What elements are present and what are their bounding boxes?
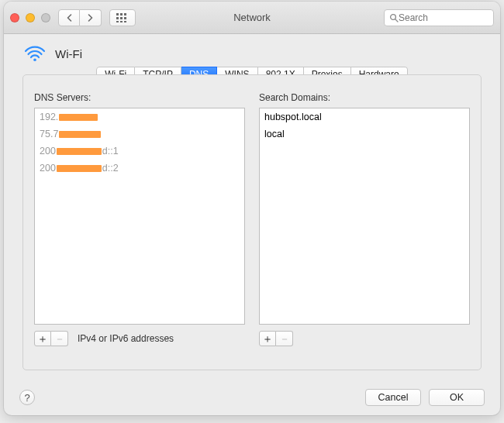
dns-servers-label: DNS Servers:: [34, 92, 245, 103]
forward-button[interactable]: [80, 9, 102, 26]
svg-rect-3: [116, 17, 119, 19]
svg-rect-8: [124, 21, 126, 22]
search-domain-add-button[interactable]: ＋: [259, 331, 276, 346]
search-domain-row[interactable]: hubspot.local: [260, 108, 469, 126]
minimize-window-button[interactable]: [26, 13, 35, 22]
zoom-window-button-disabled: [41, 13, 50, 22]
show-all-prefs-button[interactable]: [109, 9, 136, 26]
search-domains-listbox[interactable]: hubspot.locallocal: [259, 108, 470, 325]
interface-title: Wi-Fi: [55, 47, 82, 60]
search-domain-remove-button: －: [276, 331, 293, 346]
search-icon: [389, 13, 399, 22]
chevron-right-icon: [87, 14, 94, 22]
dns-hint: IPv4 or IPv6 addresses: [78, 333, 174, 344]
search-field-wrap[interactable]: [384, 9, 494, 26]
svg-point-11: [33, 58, 36, 61]
help-button[interactable]: ?: [19, 390, 35, 405]
wifi-icon: [24, 45, 46, 62]
svg-rect-7: [120, 21, 123, 22]
nav-group: [58, 9, 102, 26]
svg-rect-5: [124, 17, 126, 19]
titlebar: Network: [4, 2, 500, 34]
dns-server-row[interactable]: 200d::1: [35, 143, 244, 160]
svg-rect-6: [116, 21, 119, 22]
svg-rect-1: [120, 13, 123, 15]
svg-line-10: [395, 19, 398, 21]
close-window-button[interactable]: [10, 13, 19, 22]
ok-button[interactable]: OK: [429, 389, 485, 406]
svg-rect-2: [124, 13, 126, 15]
dns-server-row[interactable]: 200d::2: [35, 160, 244, 177]
grid-icon: [116, 13, 129, 22]
dns-servers-listbox[interactable]: 192.75.7200d::1200d::2: [34, 108, 245, 325]
svg-rect-4: [120, 17, 123, 19]
dns-add-button[interactable]: ＋: [34, 331, 51, 346]
search-input[interactable]: [399, 12, 488, 23]
dns-server-row[interactable]: 192.: [35, 108, 244, 126]
cancel-button[interactable]: Cancel: [365, 389, 421, 406]
back-button[interactable]: [58, 9, 80, 26]
search-domains-label: Search Domains:: [259, 92, 470, 103]
dns-remove-button: －: [51, 331, 68, 346]
search-domain-row[interactable]: local: [260, 126, 469, 143]
dns-server-row[interactable]: 75.7: [35, 126, 244, 143]
chevron-left-icon: [66, 14, 73, 22]
svg-rect-0: [116, 13, 119, 15]
